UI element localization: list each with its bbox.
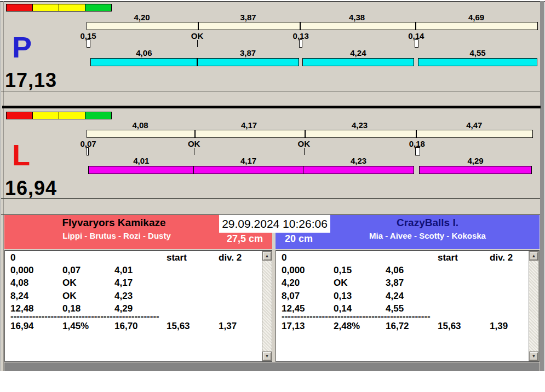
net-split-time-label: 4,23 xyxy=(334,156,383,165)
table-cell: OK xyxy=(334,278,348,289)
lane-total-time: 16,94 xyxy=(5,178,57,198)
net-split-bar-segment xyxy=(303,166,415,174)
table-cell: 4,20 xyxy=(282,278,300,289)
traffic-light-cell xyxy=(59,112,85,119)
scroll-up-button[interactable]: ▲ xyxy=(529,251,538,261)
net-split-bar-segment xyxy=(197,58,299,66)
table-cell: 3,87 xyxy=(386,278,404,289)
lane-letter: P xyxy=(12,32,32,62)
net-split-time-label: 4,55 xyxy=(453,48,502,57)
vertical-scrollbar-left[interactable]: ▲ ▼ xyxy=(262,251,272,361)
window-top-border xyxy=(0,1,545,2)
team-dogs: Lippi - Brutus - Rozi - Dusty xyxy=(4,231,229,240)
gross-split-time-label: 4,23 xyxy=(335,120,385,130)
split-boundary-tick xyxy=(198,22,199,30)
table-cell: 0,000 xyxy=(282,265,305,276)
table-total-cell: 16,70 xyxy=(114,321,138,332)
results-list-left[interactable]: 0startdiv. 20,0000,074,014,08OK4,178,24O… xyxy=(4,250,272,362)
crossing-gap-indicator xyxy=(87,39,90,48)
net-split-time-label: 4,01 xyxy=(117,156,166,165)
table-cell: OK xyxy=(62,291,77,302)
crossing-gap-indicator xyxy=(299,39,302,48)
scroll-down-icon: ▼ xyxy=(265,354,269,359)
gross-split-time-label: 4,69 xyxy=(452,13,501,22)
net-split-time-label: 3,87 xyxy=(223,48,273,57)
team-dogs: Mia - Aivee - Scotty - Kokoska xyxy=(317,231,538,240)
table-cell: 4,23 xyxy=(114,291,133,302)
table-header-cell: 0 xyxy=(10,252,15,263)
net-split-bar-segment xyxy=(193,166,303,174)
status-bar xyxy=(4,362,540,371)
lane-panel-p: 4,203,874,384,690,15OK0,130,144,063,874,… xyxy=(0,4,545,98)
traffic-light-cell xyxy=(32,112,59,119)
table-cell: 8,07 xyxy=(282,291,300,302)
lane-divider xyxy=(2,106,541,108)
table-separator: ----------------------------------------… xyxy=(10,311,167,320)
results-list-right[interactable]: 0startdiv. 20,0000,154,064,20OK3,878,070… xyxy=(276,250,540,362)
scroll-down-button[interactable]: ▼ xyxy=(262,351,272,361)
split-boundary-tick xyxy=(300,22,301,30)
traffic-light-cell xyxy=(59,4,85,11)
crossing-gap-indicator xyxy=(415,147,420,155)
table-cell: 0,000 xyxy=(10,265,34,276)
table-total-cell: 1,39 xyxy=(490,321,508,332)
traffic-light-cell xyxy=(32,4,59,11)
traffic-light-cell xyxy=(85,112,112,119)
table-cell: 4,08 xyxy=(10,278,28,289)
traffic-light-cell xyxy=(6,4,33,11)
ok-crossing-tick xyxy=(194,148,194,155)
scroll-down-icon: ▼ xyxy=(532,354,536,359)
team-name: CrazyBalls I. xyxy=(317,217,538,229)
table-header-cell: 0 xyxy=(282,252,286,263)
table-cell: 4,06 xyxy=(386,265,404,276)
net-split-bar-segment xyxy=(419,166,532,174)
ok-crossing-tick xyxy=(197,40,198,47)
net-split-time-label: 4,17 xyxy=(224,156,273,165)
traffic-light-cell xyxy=(85,4,112,11)
net-split-bar-segment xyxy=(88,166,194,174)
gross-split-time-label: 4,38 xyxy=(332,13,382,22)
net-split-bar-segment xyxy=(418,58,538,66)
gross-split-time-label: 4,17 xyxy=(225,120,274,130)
scroll-down-button[interactable]: ▼ xyxy=(529,351,538,361)
table-header-cell: start xyxy=(167,252,187,263)
team-name: Flyvaryors Kamikaze xyxy=(4,217,223,229)
split-boundary-tick xyxy=(305,130,306,137)
table-total-cell: 2,48% xyxy=(334,321,360,332)
gross-split-bar xyxy=(87,130,533,138)
gross-split-time-label: 4,20 xyxy=(117,13,167,22)
table-total-cell: 15,63 xyxy=(167,321,190,332)
gross-split-time-label: 3,87 xyxy=(223,13,273,22)
datetime-display: 29.09.2024 10:26:06 xyxy=(219,215,330,233)
table-cell: 4,24 xyxy=(386,291,404,302)
scroll-up-icon: ▲ xyxy=(265,253,269,258)
crossing-gap-indicator xyxy=(415,39,418,48)
lane-l-underline xyxy=(1,198,540,199)
lane-p-split-graph: 4,203,874,384,690,15OK0,130,144,063,874,… xyxy=(0,4,545,98)
table-cell: 4,17 xyxy=(114,278,133,289)
table-separator: ----------------------------------------… xyxy=(282,311,438,320)
net-split-time-label: 4,29 xyxy=(451,156,500,165)
crossing-time-label: OK xyxy=(169,139,219,148)
traffic-light-cell xyxy=(6,112,33,119)
lane-l-split-graph: 4,084,174,234,470,07OKOK0,184,014,174,23… xyxy=(0,112,545,206)
table-total-cell: 16,72 xyxy=(386,321,409,332)
net-split-time-label: 4,06 xyxy=(119,48,169,57)
jump-height-label: 27,5 cm xyxy=(217,233,272,245)
table-cell: 0,07 xyxy=(62,265,81,276)
scroll-up-button[interactable]: ▲ xyxy=(262,251,272,261)
timing-app-window: 4,203,874,384,690,15OK0,130,144,063,874,… xyxy=(0,0,545,392)
table-cell: 0,15 xyxy=(334,265,352,276)
net-split-bar-segment xyxy=(302,58,414,66)
net-split-time-label: 4,24 xyxy=(334,48,383,57)
gross-split-bar xyxy=(87,22,538,30)
traffic-light xyxy=(7,112,112,119)
jump-height-label: 20 cm xyxy=(276,233,322,245)
table-cell: 0,13 xyxy=(334,291,352,302)
table-total-cell: 1,37 xyxy=(219,321,237,332)
vertical-scrollbar-right[interactable]: ▲ ▼ xyxy=(529,251,539,361)
crossing-time-label: OK xyxy=(279,139,329,148)
scroll-up-icon: ▲ xyxy=(532,253,536,258)
table-total-cell: 1,45% xyxy=(62,321,89,332)
table-cell: 8,24 xyxy=(10,291,28,302)
